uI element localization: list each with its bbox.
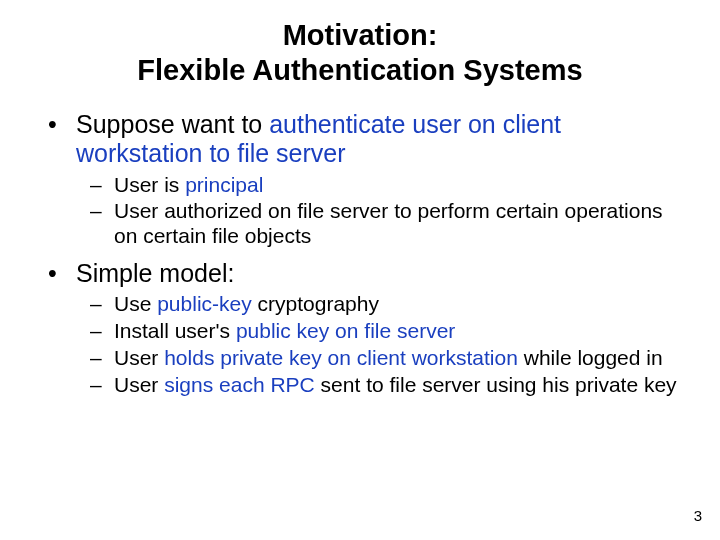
bullet-item: Suppose want to authenticate user on cli… bbox=[58, 110, 690, 249]
page-number: 3 bbox=[694, 507, 702, 524]
bullet-list: Suppose want to authenticate user on cli… bbox=[30, 110, 690, 398]
bullet-item: Simple model:Use public-key cryptography… bbox=[58, 259, 690, 398]
term-text: public-key bbox=[157, 292, 252, 315]
sub-bullet-item: User authorized on file server to perfor… bbox=[100, 199, 690, 249]
text-run: User bbox=[114, 373, 164, 396]
title-line-2: Flexible Authentication Systems bbox=[137, 54, 582, 86]
text-run: Simple model: bbox=[76, 259, 234, 287]
term-text: principal bbox=[185, 173, 263, 196]
text-run: Use bbox=[114, 292, 157, 315]
text-run: while logged in bbox=[518, 346, 663, 369]
sub-bullet-item: Use public-key cryptography bbox=[100, 292, 690, 317]
text-run: User bbox=[114, 346, 164, 369]
text-run: sent to file server using his private ke… bbox=[315, 373, 677, 396]
text-run: Install user's bbox=[114, 319, 236, 342]
sub-bullet-item: User is principal bbox=[100, 173, 690, 198]
term-text: holds private key on client workstation bbox=[164, 346, 518, 369]
title-line-1: Motivation: bbox=[283, 19, 438, 51]
term-text: signs each RPC bbox=[164, 373, 315, 396]
text-run: cryptography bbox=[252, 292, 379, 315]
text-run: Suppose want to bbox=[76, 110, 269, 138]
text-run: User authorized on file server to perfor… bbox=[114, 199, 663, 247]
sub-bullet-item: User signs each RPC sent to file server … bbox=[100, 373, 690, 398]
term-text: public key on file server bbox=[236, 319, 455, 342]
sub-bullet-item: Install user's public key on file server bbox=[100, 319, 690, 344]
sub-bullet-list: User is principalUser authorized on file… bbox=[76, 173, 690, 249]
slide-title: Motivation: Flexible Authentication Syst… bbox=[30, 18, 690, 88]
text-run: User is bbox=[114, 173, 185, 196]
sub-bullet-item: User holds private key on client worksta… bbox=[100, 346, 690, 371]
slide: Motivation: Flexible Authentication Syst… bbox=[0, 0, 720, 540]
sub-bullet-list: Use public-key cryptographyInstall user'… bbox=[76, 292, 690, 397]
